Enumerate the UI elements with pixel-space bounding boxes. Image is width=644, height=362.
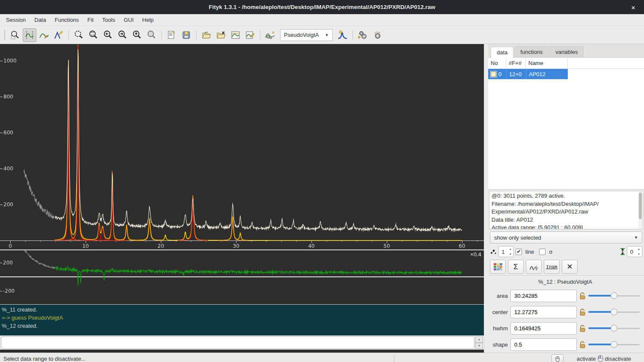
function-type-combo[interactable]: PseudoVoigtA ▼ [280, 29, 333, 41]
spin-up-icon[interactable]: ▲ [636, 246, 642, 252]
data-grid-icon [493, 263, 503, 271]
sum-button[interactable]: Σ [508, 260, 524, 274]
history-up-icon[interactable]: ▲ [475, 336, 483, 343]
aux-plot-wrap: ×0.4 [0, 250, 484, 304]
menu-session[interactable]: Session [2, 15, 30, 25]
edit-script-button[interactable] [165, 28, 179, 42]
info-scrollbar[interactable] [638, 192, 642, 228]
zoom-left-button[interactable] [101, 28, 115, 42]
run-fit-button[interactable] [356, 28, 370, 42]
toolbar-separator [69, 30, 69, 40]
toolbar-drag-handle[interactable] [3, 30, 6, 41]
edit-data-button[interactable] [229, 28, 242, 42]
console-line: %_12 created. [2, 322, 482, 330]
data-range-mode-button[interactable] [23, 28, 36, 42]
param-shape-input[interactable] [510, 338, 577, 351]
dataset-number-cell[interactable]: 0 [488, 69, 506, 79]
zoom-right-button[interactable] [116, 28, 129, 42]
shift-spinner[interactable]: 0 ▲▼ [627, 246, 642, 257]
menu-tools[interactable]: Tools [98, 15, 119, 25]
menu-help[interactable]: Help [138, 15, 158, 25]
column-header-functions[interactable]: #F+# [506, 58, 526, 68]
function-parameters-panel: %_12 : PseudoVoigtA area center hwhm [488, 276, 644, 353]
param-area-slider[interactable] [588, 292, 640, 299]
output-console[interactable]: %_11 created. =-> guess PseudoVoigtA %_1… [0, 304, 484, 335]
aux-plot-canvas[interactable] [0, 250, 484, 304]
point-size-icon [490, 248, 497, 255]
session-settings-button[interactable] [179, 28, 193, 42]
function-tools-button[interactable] [263, 28, 277, 42]
info-line: Filename: /home/aleplo/test/Desktop/IMAP… [492, 200, 641, 208]
mouse-hint-button[interactable] [552, 354, 564, 362]
mouse-hints: activate disactivate [577, 355, 631, 362]
background-mode-button[interactable] [37, 28, 51, 42]
command-history-spinner: ▲ ▼ [475, 336, 483, 349]
line-checkbox-label: line [525, 249, 534, 255]
data-editor-button[interactable] [490, 260, 506, 274]
scrollbar-thumb[interactable] [639, 193, 642, 219]
lock-open-icon[interactable] [579, 309, 586, 316]
tab-data[interactable]: data [491, 47, 513, 58]
history-down-icon[interactable]: ▼ [475, 343, 483, 349]
point-size-spinner[interactable]: 1 ▲▼ [498, 246, 514, 257]
spin-down-icon[interactable]: ▼ [636, 252, 642, 257]
menu-functions[interactable]: Functions [51, 15, 83, 25]
aux-scale-label: ×0.4 [470, 251, 481, 258]
main-plot-canvas[interactable] [0, 44, 484, 249]
data-range-icon [24, 30, 35, 40]
param-shape-slider[interactable] [588, 341, 640, 348]
menu-fit[interactable]: Fit [83, 15, 98, 25]
fit-options-button[interactable] [370, 28, 384, 42]
rename-button[interactable]: Inam [544, 260, 560, 274]
load-data-custom-button[interactable] [214, 28, 228, 42]
line-checkbox[interactable]: ✔ [516, 249, 522, 255]
zoom-vertical-button[interactable] [86, 28, 100, 42]
close-icon[interactable]: × [629, 3, 638, 12]
console-line: =-> guess PseudoVoigtA [2, 314, 482, 322]
console-line: %_11 created. [2, 306, 482, 314]
menu-data[interactable]: Data [30, 15, 50, 25]
column-header-name[interactable]: Name [526, 58, 568, 68]
dataset-name-cell[interactable]: AP012 [526, 69, 568, 79]
table-header-row: No #F+# Name [488, 58, 644, 69]
menu-gui[interactable]: GUI [119, 15, 138, 25]
disactivate-hint: disactivate [605, 356, 631, 362]
save-data-button[interactable] [243, 28, 257, 42]
param-area-input[interactable] [510, 290, 577, 302]
display-mode-dropdown[interactable]: show only selected ▼ [490, 231, 642, 243]
lock-open-icon[interactable] [579, 292, 586, 300]
zoom-all-button[interactable] [72, 28, 86, 42]
param-row-area: area [489, 288, 641, 304]
zoom-left-icon [103, 30, 113, 40]
sigma-checkbox[interactable] [539, 249, 546, 255]
param-center-input[interactable] [510, 306, 577, 318]
param-hwhm-input[interactable] [510, 322, 577, 335]
dataset-color-checkbox[interactable] [491, 71, 496, 77]
zoom-up-button[interactable] [130, 28, 144, 42]
dataset-functions-cell[interactable]: 12+0 [506, 69, 526, 79]
tab-functions[interactable]: functions [514, 46, 549, 57]
column-header-no[interactable]: No [488, 58, 506, 68]
copy-function-button[interactable] [526, 260, 542, 274]
panel-splitter[interactable] [484, 44, 488, 353]
info-line: Experimental/AP012/PXRD/AP012.raw [492, 208, 641, 216]
dataset-info-box[interactable]: @0: 3011 points, 2789 active. Filename: … [489, 191, 643, 229]
spin-up-icon[interactable]: ▲ [507, 246, 513, 252]
add-peak-icon [337, 30, 348, 40]
table-row[interactable]: 0 12+0 AP012 [488, 69, 644, 79]
chevron-down-icon: ▼ [634, 235, 638, 240]
auto-add-peak-button[interactable] [336, 28, 349, 42]
load-data-button[interactable] [200, 28, 213, 42]
zoom-select-mode-button[interactable] [8, 28, 22, 42]
zoom-previous-button[interactable] [145, 28, 158, 42]
fityk-window: Fityk 1.3.1 - /home/aleplo/test/Desktop/… [0, 0, 644, 362]
lock-open-icon[interactable] [579, 341, 586, 348]
lock-open-icon[interactable] [579, 325, 586, 332]
add-peak-mode-button[interactable] [52, 28, 66, 42]
spin-down-icon[interactable]: ▼ [507, 252, 513, 257]
command-input[interactable] [1, 336, 474, 349]
param-center-slider[interactable] [588, 309, 640, 315]
param-hwhm-slider[interactable] [588, 325, 640, 332]
delete-button[interactable]: ✕ [562, 260, 578, 274]
tab-variables[interactable]: variables [549, 46, 584, 57]
